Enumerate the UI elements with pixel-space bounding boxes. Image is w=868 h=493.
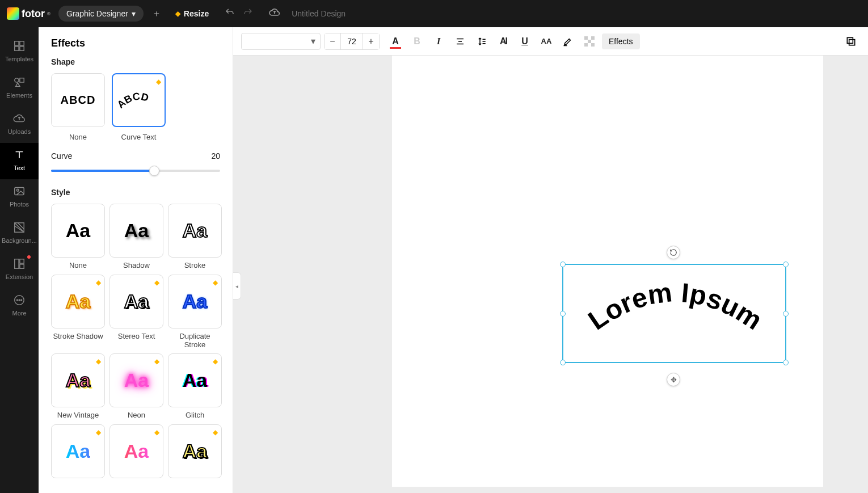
- bold-button[interactable]: B: [408, 32, 426, 50]
- rail-text[interactable]: Text: [0, 143, 39, 179]
- rail-background[interactable]: Backgroun...: [0, 216, 39, 252]
- style-glitch-card[interactable]: ◆Aa: [168, 353, 222, 407]
- text-color-button[interactable]: A: [386, 32, 404, 50]
- rail-photos[interactable]: Photos: [0, 179, 39, 216]
- resize-handle-w[interactable]: [560, 311, 566, 317]
- document-title[interactable]: Untitled Design: [292, 9, 345, 18]
- logo[interactable]: fotor®: [7, 7, 50, 20]
- cloud-sync-icon[interactable]: [269, 7, 279, 20]
- rail-templates-label: Templates: [5, 56, 33, 62]
- resize-label: Resize: [184, 9, 209, 18]
- resize-handle-se[interactable]: [783, 360, 789, 365]
- svg-rect-20: [588, 40, 591, 43]
- svg-point-15: [21, 300, 22, 301]
- highlight-button[interactable]: [559, 32, 577, 50]
- svg-rect-9: [15, 259, 19, 269]
- text-case-button[interactable]: AA: [537, 32, 555, 50]
- diamond-icon: ◆: [154, 428, 159, 436]
- line-height-button[interactable]: [473, 32, 491, 50]
- align-button[interactable]: [451, 32, 469, 50]
- chevron-down-icon: ▾: [311, 36, 315, 47]
- undo-button[interactable]: [225, 7, 235, 20]
- diamond-icon: ◆: [154, 279, 159, 286]
- move-handle[interactable]: ✥: [667, 373, 680, 386]
- resize-handle-nw[interactable]: [560, 262, 566, 267]
- layers-button[interactable]: [842, 32, 860, 50]
- style-extra1-card[interactable]: ◆Aa: [51, 424, 105, 478]
- design-page[interactable]: Lorem Ipsum ✥: [392, 56, 823, 487]
- transparency-button[interactable]: [580, 32, 599, 50]
- style-shadow-label: Shadow: [123, 261, 150, 270]
- svg-rect-23: [847, 37, 853, 43]
- effects-button[interactable]: Effects: [602, 33, 640, 49]
- shape-curve-sample: ABCD: [116, 90, 150, 110]
- style-stroke-card[interactable]: Aa: [168, 204, 222, 258]
- svg-rect-22: [591, 43, 595, 47]
- resize-handle-e[interactable]: [783, 311, 789, 317]
- resize-handle-sw[interactable]: [560, 360, 566, 365]
- font-size-input[interactable]: [340, 33, 363, 49]
- slider-fill: [51, 170, 153, 172]
- svg-rect-18: [584, 36, 588, 40]
- rail-extension[interactable]: Extension: [0, 252, 39, 288]
- italic-button[interactable]: I: [429, 32, 448, 50]
- rail-more[interactable]: More: [0, 288, 39, 325]
- shape-curve-card[interactable]: ◆ ABCD: [112, 73, 166, 127]
- top-bar: fotor® Graphic Designer ▾ ＋ ◆ Resize Unt…: [0, 0, 868, 27]
- rotate-handle[interactable]: [667, 246, 680, 259]
- font-family-select[interactable]: ▾: [241, 33, 321, 50]
- diamond-icon: ◆: [96, 279, 101, 286]
- rail-uploads[interactable]: Uploads: [0, 107, 39, 143]
- rail-background-label: Backgroun...: [2, 237, 37, 244]
- style-shadow-card[interactable]: Aa: [109, 204, 163, 258]
- style-stroke-shadow-card[interactable]: ◆Aa: [51, 275, 105, 328]
- curve-value: 20: [211, 151, 220, 161]
- style-vintage-card[interactable]: ◆Aa: [51, 353, 105, 407]
- curved-text-object[interactable]: Lorem Ipsum: [563, 265, 787, 364]
- style-extra2-card[interactable]: ◆Aa: [109, 424, 163, 478]
- shape-none-card[interactable]: ABCD: [51, 73, 105, 127]
- underline-button[interactable]: U: [516, 32, 534, 50]
- svg-rect-1: [20, 41, 24, 45]
- add-button[interactable]: ＋: [151, 8, 162, 20]
- brand-name: fotor: [22, 8, 45, 20]
- svg-text:ABCD: ABCD: [116, 90, 150, 110]
- style-neon-label: Neon: [128, 411, 145, 420]
- mode-dropdown[interactable]: Graphic Designer ▾: [58, 6, 144, 22]
- letter-spacing-button[interactable]: AI: [494, 32, 512, 50]
- slider-thumb[interactable]: [149, 166, 159, 176]
- rail-elements[interactable]: Elements: [0, 70, 39, 107]
- canvas-area[interactable]: Lorem Ipsum ✥: [233, 56, 868, 493]
- svg-rect-10: [20, 259, 24, 263]
- style-dup-stroke-card[interactable]: ◆Aa: [168, 275, 222, 328]
- font-size-decrease[interactable]: −: [325, 33, 340, 49]
- style-dup-stroke-label: Duplicate Stroke: [168, 332, 222, 349]
- style-vintage-label: New Vintage: [57, 411, 99, 420]
- svg-rect-11: [20, 264, 24, 268]
- panel-title: Effects: [51, 37, 220, 49]
- svg-rect-2: [15, 47, 19, 50]
- shape-none-label: None: [51, 133, 105, 141]
- rail-more-label: More: [12, 310, 26, 317]
- resize-handle-ne[interactable]: [783, 262, 789, 267]
- curve-slider[interactable]: [51, 164, 220, 178]
- rail-uploads-label: Uploads: [8, 128, 31, 135]
- svg-rect-6: [15, 188, 24, 195]
- redo-button[interactable]: [243, 7, 253, 20]
- style-extra3-card[interactable]: ◆Aa: [168, 424, 222, 478]
- rail-templates[interactable]: Templates: [0, 34, 39, 70]
- style-none-card[interactable]: Aa: [51, 204, 105, 258]
- font-size-increase[interactable]: +: [363, 33, 379, 49]
- style-stereo-card[interactable]: ◆Aa: [109, 275, 163, 328]
- rail-text-label: Text: [14, 165, 25, 171]
- svg-rect-3: [20, 47, 24, 50]
- diamond-icon: ◆: [96, 357, 101, 365]
- svg-rect-24: [849, 39, 855, 45]
- selection-box[interactable]: Lorem Ipsum: [562, 264, 786, 363]
- diamond-icon: ◆: [175, 10, 180, 18]
- resize-button[interactable]: ◆ Resize: [175, 9, 209, 18]
- style-stroke-shadow-label: Stroke Shadow: [53, 332, 103, 341]
- rail-photos-label: Photos: [10, 201, 29, 208]
- panel-collapse-toggle[interactable]: ◂: [233, 272, 241, 300]
- style-neon-card[interactable]: ◆Aa: [109, 353, 163, 407]
